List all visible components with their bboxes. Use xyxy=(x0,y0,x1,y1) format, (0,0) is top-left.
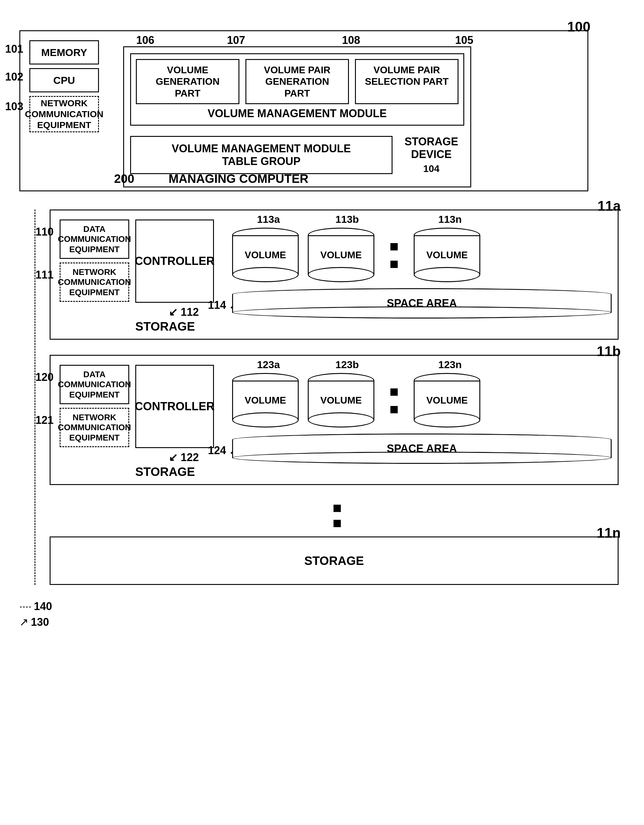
cylinders-11b: VOLUME VOLUME ■ ■ xyxy=(232,373,612,428)
managing-computer-label: 200 xyxy=(114,172,134,185)
cylinder-113n: VOLUME xyxy=(414,228,480,282)
dots-11a: ■ ■ xyxy=(390,237,399,272)
managing-computer-text: MANAGING COMPUTER xyxy=(169,172,308,185)
label-140: 140 xyxy=(34,600,52,613)
cylinder-123b: VOLUME xyxy=(308,373,374,428)
memory-label: MEMORY xyxy=(41,46,87,59)
space-area-label-11b: SPACE AREA xyxy=(387,442,457,455)
net-comm-11b: NETWORK COMMUNICATION EQUIPMENT xyxy=(60,408,129,447)
space-cylinder-11b: SPACE AREA xyxy=(232,434,612,464)
label-11n: 11n xyxy=(597,525,621,541)
cylinders-11a: VOLUME VOLUME ■ ■ xyxy=(232,228,612,282)
label-122: ↙ 122 xyxy=(169,451,199,464)
label-108: 108 xyxy=(342,34,360,46)
cylinder-113a: VOLUME xyxy=(232,228,299,282)
vol-labels-11b: 123a 123b 123n xyxy=(232,359,612,371)
label-130-row: ↗ 130 xyxy=(19,616,625,629)
volumes-area-11b: 123a 123b 123n VOLUME xyxy=(232,359,612,467)
section-11a-wrapper: 11a 110 DATA COMMUNICATION EQUIPMENT 111… xyxy=(19,210,625,340)
left-components-11b: 120 DATA COMMUNICATION EQUIPMENT 121 NET… xyxy=(60,365,129,447)
space-area-11a: 114 ↗ SPACE AREA xyxy=(232,288,612,321)
cylinder-label-2: VOLUME xyxy=(320,249,362,261)
label-123n: 123n xyxy=(420,359,480,371)
storage-sections-wrapper: 11a 110 DATA COMMUNICATION EQUIPMENT 111… xyxy=(19,210,625,585)
cylinder-bottom-1 xyxy=(232,267,299,282)
cylinder-label-1: VOLUME xyxy=(245,249,286,261)
label-100: 100 xyxy=(567,19,590,35)
label-101: 101 xyxy=(5,43,23,56)
vmm-inner: VOLUME GENERATION PART VOLUME PAIR GENER… xyxy=(130,53,464,126)
cylinder-bottom-2 xyxy=(308,267,374,282)
label-104: 104 xyxy=(405,163,458,175)
section-11b: 11b 120 DATA COMMUNICATION EQUIPMENT 121… xyxy=(49,355,619,485)
cylinder-123n: VOLUME xyxy=(414,373,480,428)
storage-title-11b: STORAGE xyxy=(135,465,195,479)
label-110: 110 xyxy=(35,226,54,238)
label-102: 102 xyxy=(5,71,23,83)
cylinder-113b: VOLUME xyxy=(308,228,374,282)
cylinder-bottom-6 xyxy=(414,412,480,428)
section-11b-wrapper: 11b 120 DATA COMMUNICATION EQUIPMENT 121… xyxy=(19,355,625,485)
net-comm-100: NETWORK COMMUNICATION EQUIPMENT xyxy=(29,96,99,132)
vmm-table-group: VOLUME MANAGEMENT MODULE TABLE GROUP xyxy=(130,136,393,174)
label-113n: 113n xyxy=(420,213,480,225)
vmm-part3: VOLUME PAIR SELECTION PART xyxy=(355,59,459,104)
label-113b: 113b xyxy=(317,213,377,225)
controller-11a-label: CONTROLLER xyxy=(135,255,214,267)
cylinder-label-4: VOLUME xyxy=(245,395,286,406)
net-comm-11b-wrapper: 121 NETWORK COMMUNICATION EQUIPMENT xyxy=(60,408,129,447)
vmm-parts-row: VOLUME GENERATION PART VOLUME PAIR GENER… xyxy=(136,59,459,104)
volumes-area-11a: 113a 113b 113n VOLUME xyxy=(232,213,612,321)
diagram-container: 100 101 MEMORY 102 CPU 103 NETWORK COMMU… xyxy=(19,30,625,637)
between-dots: ■ ■ xyxy=(19,500,625,530)
storage-title-11n: STORAGE xyxy=(304,554,364,568)
left-components-11a: 110 DATA COMMUNICATION EQUIPMENT 111 NET… xyxy=(60,219,129,302)
vmm-part1: VOLUME GENERATION PART xyxy=(136,59,239,104)
label-123b: 123b xyxy=(317,359,377,371)
memory-box: MEMORY xyxy=(29,40,99,65)
label-111: 111 xyxy=(35,269,54,281)
label-112: ↙ 112 xyxy=(169,306,199,318)
vmm-part2: VOLUME PAIR GENERATION PART xyxy=(245,59,349,104)
label-105: 105 xyxy=(455,34,473,46)
cpu-box: CPU xyxy=(29,68,99,92)
label-107: 107 xyxy=(227,34,245,46)
net-comm-11a: NETWORK COMMUNICATION EQUIPMENT xyxy=(60,263,129,302)
data-comm-11a-wrapper: 110 DATA COMMUNICATION EQUIPMENT xyxy=(60,219,129,259)
cylinder-bottom-3 xyxy=(414,267,480,282)
label-11b: 11b xyxy=(597,343,621,359)
left-components-100: 101 MEMORY 102 CPU 103 NETWORK COMMUNICA… xyxy=(29,40,99,132)
controller-11b: CONTROLLER xyxy=(135,365,214,448)
storage-title-11a: STORAGE xyxy=(135,320,195,333)
vol-labels-11a: 113a 113b 113n xyxy=(232,213,612,225)
storage-device-label: STORAGEDEVICE 104 xyxy=(399,129,464,181)
section-100: 100 101 MEMORY 102 CPU 103 NETWORK COMMU… xyxy=(19,30,588,192)
cylinder-bottom-4 xyxy=(232,412,299,428)
bottom-labels: ···· 140 ↗ 130 xyxy=(19,600,625,637)
net-comm-100-label: NETWORK COMMUNICATION EQUIPMENT xyxy=(25,98,103,130)
section-11a: 11a 110 DATA COMMUNICATION EQUIPMENT 111… xyxy=(49,210,619,340)
data-comm-11a: DATA COMMUNICATION EQUIPMENT xyxy=(60,219,129,259)
controller-11a: CONTROLLER xyxy=(135,219,214,303)
vmm-title: VOLUME MANAGEMENT MODULE xyxy=(136,107,459,120)
net-comm-11a-wrapper: 111 NETWORK COMMUNICATION EQUIPMENT xyxy=(60,263,129,302)
space-area-label-11a: SPACE AREA xyxy=(387,297,457,310)
cylinder-123a: VOLUME xyxy=(232,373,299,428)
cpu-label: CPU xyxy=(53,74,75,87)
data-comm-11b: DATA COMMUNICATION EQUIPMENT xyxy=(60,365,129,404)
label-120: 120 xyxy=(35,371,54,383)
label-113a: 113a xyxy=(238,213,299,225)
label-123a: 123a xyxy=(238,359,299,371)
controller-11b-label: CONTROLLER xyxy=(135,400,214,413)
label-106: 106 xyxy=(136,34,154,46)
label-11a: 11a xyxy=(598,198,621,214)
cylinder-label-5: VOLUME xyxy=(320,395,362,406)
space-cylinder-11a: SPACE AREA xyxy=(232,288,612,318)
section-11n: 11n STORAGE xyxy=(49,536,619,585)
section-11n-wrapper: 11n STORAGE xyxy=(19,536,625,585)
space-area-11b: 124 ↗ SPACE AREA xyxy=(232,434,612,467)
label-103: 103 xyxy=(5,100,23,113)
label-121: 121 xyxy=(35,414,54,426)
cylinder-label-3: VOLUME xyxy=(427,249,468,261)
cylinder-label-6: VOLUME xyxy=(427,395,468,406)
